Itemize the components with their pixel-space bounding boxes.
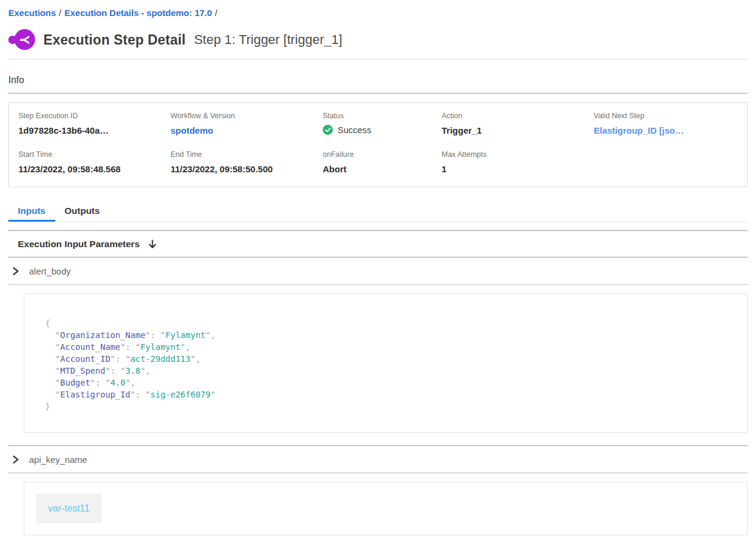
field-valid-next-step: Valid Next Step Elastigroup_ID [jso… xyxy=(594,112,738,135)
param-divider xyxy=(8,284,748,285)
chevron-right-icon xyxy=(11,455,20,464)
json-entries: "Organization_Name": "Fylamynt","Account… xyxy=(45,329,735,400)
api-key-name-chip: var-test11 xyxy=(36,494,102,523)
fylamynt-logo-icon: Y xyxy=(8,29,35,51)
json-code: { "Organization_Name": "Fylamynt","Accou… xyxy=(45,317,735,412)
json-entry: "Organization_Name": "Fylamynt", xyxy=(45,329,735,341)
chevron-right-icon xyxy=(11,267,20,276)
field-label: Workflow & Version xyxy=(171,112,323,120)
field-on-failure: onFailure Abort xyxy=(323,150,442,174)
field-label: Max Attempts xyxy=(442,150,594,159)
info-section-title: Info xyxy=(8,75,748,86)
breadcrumb-separator: / xyxy=(215,8,218,18)
page-subtitle: Step 1: Trigger [trigger_1] xyxy=(194,32,342,48)
field-value: 11/23/2022, 09:58:48.568 xyxy=(18,164,171,174)
field-value: 11/23/2022, 09:58:50.500 xyxy=(171,164,323,174)
api-key-name-value-box: var-test11 xyxy=(24,482,748,535)
inputs-outputs-tabs: Inputs Outputs xyxy=(8,202,748,222)
breadcrumb: Executions/Execution Details - spotdemo:… xyxy=(8,0,748,18)
field-max-attempts: Max Attempts 1 xyxy=(442,150,594,174)
json-entry: "Elastigroup_Id": "sig-e26f6079" xyxy=(45,389,735,400)
field-label: onFailure xyxy=(323,150,442,159)
execution-input-parameters-header: Execution Input Parameters xyxy=(8,231,748,257)
param-name: alert_body xyxy=(29,266,71,276)
field-label: Valid Next Step xyxy=(594,112,738,120)
field-value: 1d97828c-13b6-40a… xyxy=(18,125,171,135)
logo-glyph: Y xyxy=(18,35,32,44)
param-row-api-key-name[interactable]: api_key_name xyxy=(8,446,748,472)
status-badge: Success xyxy=(323,125,442,135)
valid-next-step-link[interactable]: Elastigroup_ID [jso… xyxy=(594,125,738,135)
execution-input-parameters-title: Execution Input Parameters xyxy=(18,239,140,250)
tab-inputs[interactable]: Inputs xyxy=(8,202,55,222)
field-workflow-version: Workflow & Version spotdemo xyxy=(171,112,323,135)
json-entry: "MTD_Spend": "3.8", xyxy=(45,365,735,377)
success-check-icon xyxy=(323,125,333,135)
param-row-alert-body[interactable]: alert_body xyxy=(8,258,748,284)
field-label: Status xyxy=(323,112,442,120)
close-brace: } xyxy=(45,402,50,411)
workflow-link[interactable]: spotdemo xyxy=(171,125,323,135)
info-card: Step Execution ID 1d97828c-13b6-40a… Wor… xyxy=(8,102,748,187)
download-arrow-icon[interactable] xyxy=(148,239,157,250)
field-value: 1 xyxy=(442,164,594,174)
json-entry: "Account_Name": "Fylamynt", xyxy=(45,341,735,353)
page-title: Execution Step Detail xyxy=(43,32,185,48)
field-value: Trigger_1 xyxy=(442,125,594,135)
field-start-time: Start Time 11/23/2022, 09:58:48.568 xyxy=(18,150,171,174)
open-brace: { xyxy=(45,318,50,328)
field-end-time: End Time 11/23/2022, 09:58:50.500 xyxy=(171,150,323,174)
json-entry: "Account_ID": "act-29ddd113", xyxy=(45,353,735,365)
field-value: Abort xyxy=(323,164,442,174)
header-divider xyxy=(8,59,748,59)
breadcrumb-executions[interactable]: Executions xyxy=(8,8,56,18)
tab-outputs[interactable]: Outputs xyxy=(55,202,109,222)
breadcrumb-separator: / xyxy=(59,8,61,18)
alert-body-json-box: { "Organization_Name": "Fylamynt","Accou… xyxy=(24,293,748,433)
field-label: Step Execution ID xyxy=(18,112,171,120)
info-grid: Step Execution ID 1d97828c-13b6-40a… Wor… xyxy=(18,112,738,174)
field-action: Action Trigger_1 xyxy=(442,112,594,135)
empty-cell xyxy=(594,150,738,174)
param-divider xyxy=(8,472,748,474)
field-label: Action xyxy=(442,112,594,120)
field-label: Start Time xyxy=(18,150,171,159)
info-divider xyxy=(8,93,748,94)
logo-disc: Y xyxy=(14,29,35,50)
field-status: Status Success xyxy=(323,112,442,135)
page-header: Y Execution Step Detail Step 1: Trigger … xyxy=(8,29,748,51)
execution-step-detail-page: Executions/Execution Details - spotdemo:… xyxy=(0,0,756,546)
param-name: api_key_name xyxy=(29,455,87,465)
field-label: End Time xyxy=(171,150,323,159)
field-step-execution-id: Step Execution ID 1d97828c-13b6-40a… xyxy=(18,112,171,135)
breadcrumb-execution-details[interactable]: Execution Details - spotdemo: 17.0 xyxy=(64,8,212,18)
json-entry: "Budget": "4.0", xyxy=(45,377,735,389)
status-text: Success xyxy=(338,125,371,135)
